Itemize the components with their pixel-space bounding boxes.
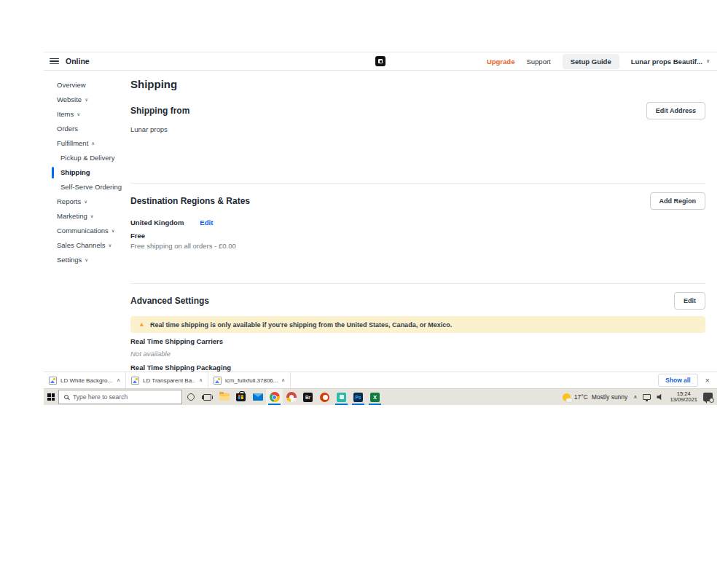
regions-header: Destination Regions & Rates Add Region [130,192,705,210]
carriers-label: Real Time Shipping Carriers [130,337,705,345]
square-logo-icon [375,56,385,66]
mail-envelope-icon [253,393,263,401]
warning-text: Real time shipping is only available if … [150,321,452,329]
sidebar-item-orders[interactable]: Orders [44,122,130,136]
main-content: Shipping Shipping from Edit Address Luna… [130,71,717,371]
sidebar-item-communications[interactable]: Communications∨ [44,224,130,238]
mail-button[interactable] [249,389,266,405]
store-bag-icon [236,393,246,401]
search-input[interactable] [73,393,160,401]
downloads-bar: LD White Backgro....jpg ∧ LD Transparent… [44,371,717,388]
sidebar-item-fulfillment[interactable]: Fulfillment∧ [44,136,130,151]
weather-widget[interactable]: 17°C Mostly sunny [563,393,628,401]
start-button[interactable] [44,389,58,405]
sun-cloud-icon [563,393,571,401]
advanced-edit-button[interactable]: Edit [674,292,705,310]
hamburger-menu-icon[interactable] [50,58,59,65]
tray-chevron-up-icon[interactable]: ∧ [633,394,637,400]
action-center-icon[interactable] [703,393,713,401]
account-name: Lunar props Beautif... [631,58,702,66]
close-icon[interactable]: × [705,377,710,385]
weather-temp: 17°C [574,393,588,401]
app-body: Overview Website∨ Items∨ Orders Fulfillm… [44,71,717,371]
chrome-button[interactable] [266,389,283,405]
downloads-bar-right: Show all × [658,372,717,388]
shipping-from-header: Shipping from Edit Address [130,102,705,119]
download-filename: LD Transparent Ba....png [143,377,195,384]
chevron-down-icon: ∨ [84,198,87,205]
sidebar-item-marketing[interactable]: Marketing∨ [44,209,130,224]
account-menu[interactable]: Lunar props Beautif... ∨ [631,58,710,66]
page-title: Shipping [130,78,705,90]
sidebar-item-sales-channels[interactable]: Sales Channels∨ [44,238,130,253]
rate-description: Free shipping on all orders - £0.00 [130,242,705,250]
search-icon [64,395,69,399]
sidebar-item-settings[interactable]: Settings∨ [44,253,130,267]
image-file-icon [49,377,57,385]
office-button[interactable] [316,389,333,405]
windows-logo-icon [47,393,55,401]
cortana-button[interactable] [182,389,199,405]
sidebar-item-shipping[interactable]: Shipping [44,165,130,180]
chevron-down-icon: ∨ [706,58,710,64]
region-edit-link[interactable]: Edit [200,219,213,227]
chevron-down-icon: ∨ [85,256,88,264]
taskbar-clock[interactable]: 15:24 13/09/2021 [670,391,697,404]
taskbar-search[interactable] [58,390,182,404]
task-view-icon [203,394,211,401]
warning-icon: ▲ [138,321,145,328]
photoshop-button[interactable]: Ps [350,389,367,405]
browser-profile-button[interactable] [283,389,300,405]
caret-up-icon[interactable]: ∧ [281,377,285,383]
download-filename: icm_fullxfull.37806....png [225,377,278,384]
show-all-button[interactable]: Show all [658,374,697,387]
download-item[interactable]: LD White Backgro....jpg ∧ [44,372,126,388]
download-item[interactable]: icm_fullxfull.37806....png ∧ [208,372,291,388]
browser-profile-icon [286,392,297,402]
sidebar-item-pickup-delivery[interactable]: Pickup & Delivery [44,151,130,165]
setup-guide-button[interactable]: Setup Guide [563,54,619,69]
carriers-value: Not available [130,350,705,358]
speaker-icon[interactable] [657,393,664,401]
teal-app-button[interactable] [333,389,350,405]
chevron-down-icon: ∨ [77,111,80,118]
caret-up-icon[interactable]: ∧ [117,377,120,383]
shipping-from-value: Lunar props [130,125,705,133]
support-link[interactable]: Support [526,58,550,66]
folder-icon [219,393,230,401]
chevron-down-icon: ∨ [90,213,94,220]
chevron-down-icon: ∨ [109,242,112,249]
file-explorer-button[interactable] [216,389,232,405]
download-item[interactable]: LD Transparent Ba....png ∧ [126,372,208,388]
bridge-icon: Br [303,393,313,402]
advanced-header: Advanced Settings Edit [130,292,705,310]
task-view-button[interactable] [199,389,216,405]
sidebar-item-website[interactable]: Website∨ [44,93,130,107]
upgrade-link[interactable]: Upgrade [487,58,515,66]
divider [130,283,705,284]
network-icon[interactable] [643,394,651,400]
photoshop-icon: Ps [353,393,363,402]
caret-up-icon[interactable]: ∧ [199,377,203,383]
app-title: Online [66,57,90,66]
region-row: United Kingdom Edit [130,219,705,227]
bridge-button[interactable]: Br [300,389,316,405]
sidebar-item-overview[interactable]: Overview [44,78,130,93]
taskbar-tray: 17°C Mostly sunny ∧ 15:24 13/09/2021 [563,389,717,405]
sidebar-item-reports[interactable]: Reports∨ [44,194,130,209]
chevron-down-icon: ∨ [85,96,88,103]
clock-date: 13/09/2021 [670,397,697,404]
excel-button[interactable]: X [367,389,383,405]
shipping-from-heading: Shipping from [130,106,189,116]
add-region-button[interactable]: Add Region [650,192,706,210]
rate-name: Free [130,232,705,240]
office-icon [320,393,329,402]
region-name: United Kingdom [130,219,184,227]
edit-address-button[interactable]: Edit Address [646,102,705,119]
sidebar-item-items[interactable]: Items∨ [44,107,130,122]
screen: Online Upgrade Support Setup Guide Lunar… [0,0,728,582]
sidebar-item-self-serve-ordering[interactable]: Self-Serve Ordering [44,180,130,194]
ms-store-button[interactable] [232,389,249,405]
advanced-heading: Advanced Settings [130,296,209,306]
warning-banner: ▲ Real time shipping is only available i… [130,316,705,333]
